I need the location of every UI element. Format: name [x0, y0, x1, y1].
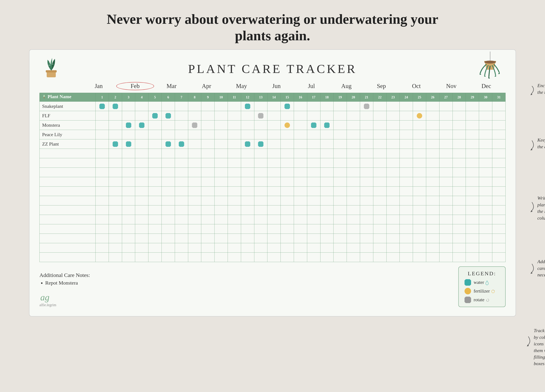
- tracker-table: Plant Name 1 2 3 4 5 6 7 8 9 10 11 12 13: [39, 93, 506, 262]
- month-mar: Mar: [154, 83, 189, 90]
- hanging-plant-icon: [477, 52, 504, 81]
- fertilizer-dot: [464, 288, 471, 294]
- table-row: [40, 243, 506, 253]
- day-17-header: 17: [307, 93, 320, 102]
- annotation-4: Add additionalcare notes ifnecessary.: [537, 259, 545, 278]
- table-row: [40, 196, 506, 205]
- svg-text:ag: ag: [40, 292, 50, 302]
- month-apr: Apr: [189, 83, 224, 90]
- annotation-5: Track scheduleby color oricons and useth…: [534, 327, 545, 367]
- day-7-header: 7: [175, 93, 188, 102]
- month-aug: Aug: [329, 83, 364, 90]
- table-row: [40, 177, 506, 187]
- fertilizer-label: fertilizer: [474, 288, 495, 294]
- table-row: [40, 224, 506, 234]
- day-16-header: 16: [294, 93, 307, 102]
- day-22-header: 22: [373, 93, 386, 102]
- tracker-header: PLANT CARE TRACKER: [39, 57, 506, 81]
- day-29-header: 29: [466, 93, 479, 102]
- day-3-header: 3: [122, 93, 135, 102]
- care-note-item-1: Repot Monstera: [45, 280, 90, 286]
- day-14-header: 14: [267, 93, 281, 102]
- month-dec: Dec: [469, 83, 504, 90]
- legend-title: LEGEND:: [464, 270, 499, 277]
- day-26-header: 26: [426, 93, 439, 102]
- day-12-header: 12: [241, 93, 254, 102]
- care-notes-area: Additional Care Notes: Repot Monstera ag…: [39, 272, 90, 307]
- care-notes-list: Repot Monstera: [45, 280, 90, 286]
- day-18-header: 18: [320, 93, 334, 102]
- care-notes-title: Additional Care Notes:: [39, 272, 90, 278]
- table-row: [40, 234, 506, 243]
- day-1-header: 1: [96, 93, 109, 102]
- svg-marker-14: [486, 299, 487, 300]
- month-jan: Jan: [81, 83, 116, 90]
- day-21-header: 21: [360, 93, 373, 102]
- legend-rotate: rotate: [464, 296, 499, 303]
- day-13-header: 13: [254, 93, 267, 102]
- day-24-header: 24: [400, 93, 413, 102]
- day-25-header: 25: [413, 93, 426, 102]
- header-row: Plant Name 1 2 3 4 5 6 7 8 9 10 11 12 13: [40, 93, 506, 102]
- table-row: [40, 205, 506, 215]
- snake-plant-icon: [41, 56, 61, 78]
- rotate-dot: [464, 296, 471, 303]
- month-may: May: [224, 83, 259, 90]
- day-5-header: 5: [149, 93, 162, 102]
- annotation-2: Keep track ofthe date hre.: [537, 137, 545, 150]
- tracker-card: Encircle/markthe month. Keep track ofthe…: [29, 49, 516, 316]
- table-row: [40, 158, 506, 168]
- table-row: [40, 187, 506, 196]
- day-15-header: 15: [281, 93, 294, 102]
- month-jul: Jul: [294, 83, 329, 90]
- day-20-header: 20: [347, 93, 360, 102]
- table-row: [40, 253, 506, 262]
- logo-area: ag alfie.legrim: [39, 291, 90, 307]
- page-wrapper: Never worry about overwatering or underw…: [0, 0, 545, 392]
- day-19-header: 19: [334, 93, 347, 102]
- day-4-header: 4: [135, 93, 149, 102]
- day-9-header: 9: [201, 93, 215, 102]
- legend-box: LEGEND: water fertilizer rotate: [458, 266, 506, 307]
- table-row: Snakeplant: [40, 102, 506, 111]
- bottom-section: Additional Care Notes: Repot Monstera ag…: [39, 266, 506, 307]
- svg-point-8: [484, 61, 496, 64]
- day-28-header: 28: [452, 93, 466, 102]
- day-31-header: 31: [492, 93, 505, 102]
- month-sep: Sep: [364, 83, 399, 90]
- plant-name-header: Plant Name: [40, 93, 96, 102]
- rotate-label: rotate: [474, 297, 489, 302]
- day-10-header: 10: [215, 93, 228, 102]
- day-23-header: 23: [386, 93, 400, 102]
- month-jun: Jun: [259, 83, 294, 90]
- svg-rect-9: [44, 97, 44, 98]
- month-nov: Nov: [434, 83, 469, 90]
- table-row: [40, 168, 506, 177]
- water-label: water: [474, 280, 489, 285]
- month-oct: Oct: [399, 83, 434, 90]
- table-row: Monstera: [40, 121, 506, 130]
- logo-sub: alfie.legrim: [39, 303, 90, 307]
- day-8-header: 8: [188, 93, 201, 102]
- day-2-header: 2: [109, 93, 122, 102]
- water-dot: [464, 279, 471, 286]
- day-30-header: 30: [479, 93, 492, 102]
- day-6-header: 6: [162, 93, 175, 102]
- annotation-3: Write yourplant's name onthe leftmostcol…: [537, 195, 545, 221]
- table-row: Peace Lily: [40, 130, 506, 139]
- legend-fertilizer: fertilizer: [464, 288, 499, 294]
- day-11-header: 11: [228, 93, 241, 102]
- month-row: Jan Feb Mar Apr May Jun Jul Aug Sep Oct …: [39, 82, 506, 90]
- main-heading: Never worry about overwatering or underw…: [0, 0, 545, 49]
- day-27-header: 27: [439, 93, 452, 102]
- tracker-title: PLANT CARE TRACKER: [188, 62, 357, 76]
- legend-water: water: [464, 279, 499, 286]
- table-row: FLF: [40, 111, 506, 121]
- table-row: [40, 215, 506, 224]
- table-row: [40, 149, 506, 158]
- table-row: ZZ Plant: [40, 139, 506, 149]
- annotation-1: Encircle/markthe month.: [537, 82, 545, 96]
- month-feb: Feb: [116, 82, 154, 90]
